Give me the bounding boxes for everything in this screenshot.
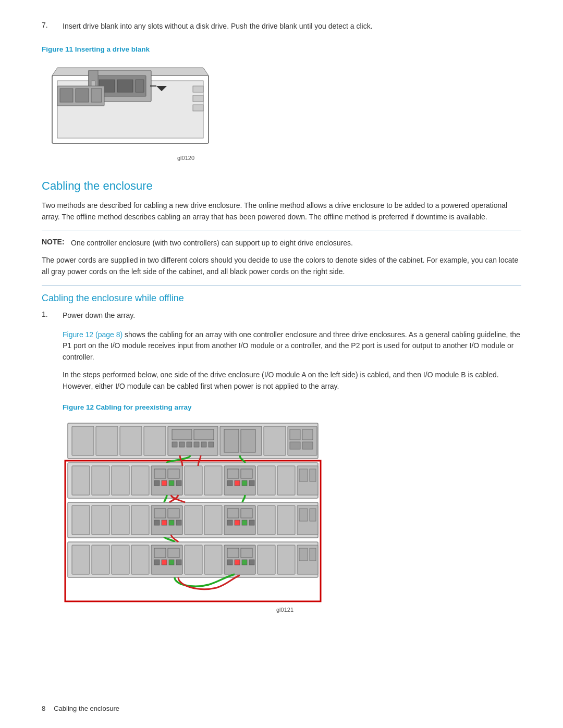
svg-rect-23 [120, 426, 142, 455]
note-box: NOTE: One controller enclosure (with two… [42, 238, 521, 249]
svg-rect-26 [172, 429, 192, 440]
svg-rect-55 [176, 480, 181, 486]
svg-text:gl0120: gl0120 [177, 155, 194, 161]
offline-para-1: Figure 12 (page 8) shows the cabling for… [63, 329, 521, 363]
svg-rect-61 [227, 480, 232, 486]
step-number-1: 1. [42, 310, 54, 321]
svg-rect-117 [258, 545, 275, 574]
svg-rect-72 [92, 505, 109, 535]
svg-rect-18 [193, 105, 203, 111]
svg-rect-48 [131, 466, 149, 495]
footer-section-name: Cabling the enclosure [54, 705, 119, 712]
svg-rect-106 [169, 560, 174, 565]
svg-rect-73 [112, 505, 129, 535]
svg-rect-32 [201, 442, 206, 447]
svg-rect-59 [227, 469, 239, 478]
svg-rect-60 [241, 469, 252, 478]
figure12-link[interactable]: Figure 12 (page 8) [63, 330, 123, 339]
svg-rect-104 [154, 560, 160, 565]
figure-11-caption: Figure 11 Inserting a drive blank [42, 45, 150, 53]
svg-rect-65 [258, 466, 275, 495]
svg-rect-45 [72, 466, 90, 495]
svg-rect-15 [91, 89, 102, 102]
step-number-7: 7. [42, 21, 54, 32]
svg-rect-78 [154, 520, 160, 525]
svg-rect-27 [194, 429, 214, 440]
svg-rect-118 [277, 545, 295, 574]
cabling-intro-2: The power cords are supplied in two diff… [42, 255, 521, 277]
step-7: 7. Insert drive blank into any slots wit… [42, 21, 521, 32]
svg-rect-107 [176, 560, 181, 565]
svg-rect-90 [249, 520, 254, 525]
svg-rect-77 [168, 509, 179, 518]
svg-rect-56 [185, 466, 202, 495]
svg-rect-97 [72, 545, 90, 574]
svg-rect-102 [154, 548, 166, 558]
svg-rect-31 [194, 442, 199, 447]
svg-rect-86 [241, 509, 252, 518]
cabling-intro-1: Two methods are described for cabling a … [42, 200, 521, 223]
svg-rect-30 [187, 442, 192, 447]
svg-rect-109 [204, 545, 222, 574]
svg-rect-16 [193, 86, 203, 92]
svg-rect-37 [264, 426, 286, 455]
svg-rect-103 [168, 548, 179, 558]
hr-2 [42, 285, 521, 286]
figure-12-container: Figure 12 Cabling for preexisting array [63, 398, 521, 619]
svg-rect-81 [176, 520, 181, 525]
svg-rect-50 [154, 469, 166, 478]
svg-rect-111 [227, 548, 239, 558]
svg-rect-53 [162, 480, 167, 486]
footer: 8 Cabling the enclosure [42, 705, 521, 712]
svg-rect-105 [162, 560, 167, 565]
svg-rect-98 [92, 545, 109, 574]
svg-rect-121 [310, 548, 316, 561]
svg-rect-33 [209, 442, 214, 447]
offline-para-1-text: shows the cabling for an array with one … [63, 330, 520, 361]
figure-11-image: gl0120 [42, 57, 219, 167]
svg-rect-7 [136, 80, 144, 92]
svg-rect-82 [185, 505, 202, 535]
note-text: One controller enclosure (with two contr… [71, 238, 353, 249]
svg-rect-17 [193, 95, 203, 102]
svg-text:gl0121: gl0121 [276, 607, 293, 613]
svg-rect-92 [277, 505, 295, 535]
svg-rect-69 [310, 469, 316, 482]
svg-rect-6 [117, 80, 133, 92]
svg-rect-71 [72, 505, 90, 535]
svg-rect-36 [241, 429, 255, 452]
section-heading-cabling: Cabling the enclosure [42, 179, 521, 193]
svg-rect-89 [242, 520, 247, 525]
svg-rect-22 [96, 426, 118, 455]
svg-rect-52 [154, 480, 160, 486]
svg-rect-63 [242, 480, 247, 486]
svg-rect-88 [235, 520, 240, 525]
svg-rect-113 [227, 560, 232, 565]
svg-rect-62 [235, 480, 240, 486]
svg-rect-108 [185, 545, 202, 574]
figure-12-svg: gl0121 [63, 418, 323, 616]
sub-heading-offline: Cabling the enclosure while offline [42, 293, 521, 304]
note-label: NOTE: [42, 238, 67, 246]
svg-rect-80 [169, 520, 174, 525]
svg-rect-39 [290, 429, 300, 440]
svg-rect-95 [310, 509, 316, 521]
step-1-offline-text: Power down the array. [63, 310, 135, 321]
svg-rect-99 [112, 545, 129, 574]
hr-1 [42, 230, 521, 230]
svg-rect-47 [112, 466, 129, 495]
step-7-text: Insert drive blank into any slots withou… [63, 21, 373, 32]
svg-rect-21 [72, 426, 94, 455]
figure-11-svg: gl0120 [42, 60, 219, 164]
svg-rect-91 [258, 505, 275, 535]
svg-rect-100 [131, 545, 149, 574]
svg-rect-85 [227, 509, 239, 518]
svg-rect-24 [144, 426, 166, 455]
svg-rect-41 [290, 442, 300, 449]
svg-rect-28 [172, 442, 177, 447]
svg-rect-116 [249, 560, 254, 565]
svg-rect-46 [92, 466, 109, 495]
svg-rect-51 [168, 469, 179, 478]
svg-rect-54 [169, 480, 174, 486]
svg-rect-114 [235, 560, 240, 565]
